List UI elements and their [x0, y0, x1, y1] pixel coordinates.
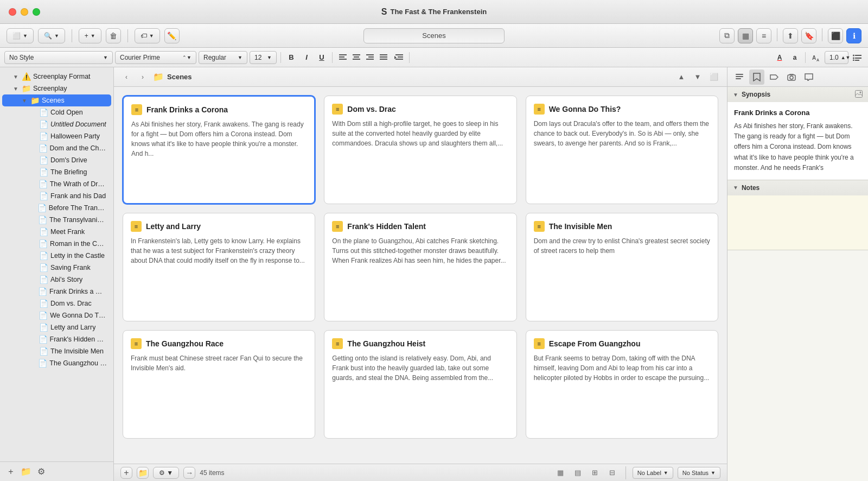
sidebar-item-19[interactable]: 📄Dom vs. Drac: [2, 298, 111, 309]
scene-card[interactable]: ≡The Invisible MenDom and the crew try t…: [526, 213, 718, 321]
align-left-button[interactable]: [336, 51, 349, 64]
maximize-button[interactable]: [33, 8, 40, 16]
edit-button[interactable]: ✏️: [164, 28, 180, 43]
scene-card[interactable]: ≡The Guangzhou HeistGetting onto the isl…: [324, 330, 516, 439]
scene-card[interactable]: ≡Frank's Hidden TalentOn the plane to Gu…: [324, 213, 516, 321]
sidebar-item-22[interactable]: 📄Frank's Hidden Talent: [2, 333, 111, 345]
sidebar-item-18[interactable]: 📄Frank Drinks a Corona: [2, 286, 111, 298]
grid-view-small[interactable]: ▦: [554, 466, 567, 479]
sidebar-item-24[interactable]: 📄The Guangzhou Race: [2, 357, 111, 369]
add-item-button[interactable]: +: [4, 465, 17, 478]
sidebar-item-3[interactable]: 📄Cold Open: [2, 106, 111, 118]
copy-button[interactable]: ⧉: [719, 28, 735, 43]
sidebar-item-15[interactable]: 📄Letty in the Castle: [2, 250, 111, 262]
scene-search[interactable]: Scenes: [363, 28, 505, 43]
scene-card[interactable]: ≡Letty and LarryIn Frankenstein's lab, L…: [123, 213, 315, 321]
new-item-button[interactable]: + ▼: [79, 28, 101, 43]
appearance-button[interactable]: ⬛: [828, 28, 843, 43]
sidebar-item-7[interactable]: 📄Dom's Drive: [2, 154, 111, 166]
notes-section: ▼ Notes: [727, 180, 868, 250]
arrow-down-button[interactable]: ▼: [691, 71, 704, 84]
sidebar-item-8[interactable]: 📄The Briefing: [2, 166, 111, 178]
forward-button[interactable]: ›: [137, 71, 149, 83]
sidebar-item-14[interactable]: 📄Roman in the Castle: [2, 238, 111, 250]
font-size-decrease[interactable]: AA: [809, 51, 822, 64]
highlight-button[interactable]: a: [788, 51, 801, 64]
delete-button[interactable]: 🗑: [106, 28, 121, 43]
card-title: Frank Drinks a Corona: [146, 105, 228, 114]
tab-label[interactable]: [767, 69, 782, 85]
weight-select[interactable]: Regular ▼: [199, 51, 247, 64]
toolbar-separator-3: [777, 28, 777, 41]
search-button[interactable]: 🔍 ▼: [38, 28, 65, 43]
list-format-button[interactable]: [851, 51, 864, 64]
sidebar-item-0[interactable]: ▼⚠️Screenplay Format: [2, 71, 111, 83]
bookmark-button[interactable]: 🔖: [801, 28, 816, 43]
synopsis-header[interactable]: ▼ Synopsis: [727, 87, 868, 102]
align-right-button[interactable]: [363, 51, 376, 64]
back-button[interactable]: ‹: [120, 71, 132, 83]
bold-button[interactable]: B: [285, 51, 298, 64]
gear-button[interactable]: ⚙ ▼: [153, 467, 179, 479]
outline-view-small[interactable]: ⊞: [589, 466, 602, 479]
minimize-button[interactable]: [21, 8, 28, 16]
indent-button[interactable]: [392, 51, 405, 64]
scene-card[interactable]: ≡The Guangzhou RaceFrank must beat Chine…: [123, 330, 315, 439]
info-button[interactable]: ℹ: [846, 28, 861, 43]
sidebar-item-21[interactable]: 📄Letty and Larry: [2, 321, 111, 333]
style-select[interactable]: No Style ▼: [4, 51, 113, 64]
synopsis-image-button[interactable]: [855, 90, 863, 99]
sidebar-item-4[interactable]: 📄Untitled Document: [2, 118, 111, 130]
sidebar-item-6[interactable]: 📄Dom and the Charger: [2, 142, 111, 154]
underline-button[interactable]: U: [315, 51, 328, 64]
list-view-small[interactable]: ▤: [571, 466, 584, 479]
close-button[interactable]: [9, 8, 16, 16]
sidebar-item-1[interactable]: ▼📁Screenplay: [2, 83, 111, 94]
sidebar-item-23[interactable]: 📄The Invisible Men: [2, 345, 111, 357]
sidebar-item-17[interactable]: 📄Abi's Story: [2, 274, 111, 286]
scene-card[interactable]: ≡Frank Drinks a CoronaAs Abi finishes he…: [123, 96, 315, 204]
sidebar-item-10[interactable]: 📄Frank and his Dad: [2, 190, 111, 202]
sidebar-item-20[interactable]: 📄We Gonna Do This?: [2, 309, 111, 321]
scene-card[interactable]: ≡Escape From GuangzhouBut Frank seems to…: [526, 330, 718, 439]
no-status-select[interactable]: No Status ▼: [678, 467, 720, 479]
sidebar-item-16[interactable]: 📄Saving Frank: [2, 262, 111, 274]
scene-card[interactable]: ≡Dom vs. DracWith Dom still a high-profi…: [324, 96, 516, 204]
italic-button[interactable]: I: [300, 51, 313, 64]
tag-button[interactable]: 🏷 ▼: [135, 28, 160, 43]
font-select[interactable]: Courier Prime ⌃▼: [115, 51, 196, 64]
align-justify-button[interactable]: [377, 51, 390, 64]
new-folder-button[interactable]: 📁: [20, 465, 33, 478]
move-button[interactable]: →: [183, 467, 195, 479]
scene-card[interactable]: ≡We Gonna Do This?Dom lays out Dracula's…: [526, 96, 718, 204]
settings-button[interactable]: ⚙: [35, 465, 48, 478]
tree-item-label: Letty in the Castle: [50, 252, 105, 260]
add-scene-button[interactable]: +: [120, 467, 132, 479]
sidebar-item-12[interactable]: 📄The Transylvania Race: [2, 214, 111, 226]
scene-icon: ≡: [332, 338, 343, 349]
sidebar-item-13[interactable]: 📄Meet Frank: [2, 226, 111, 238]
tab-camera[interactable]: [784, 69, 799, 85]
columns-view-small[interactable]: ⊟: [606, 466, 619, 479]
tab-bookmark[interactable]: [749, 69, 764, 85]
sidebar-item-2[interactable]: ▼📁Scenes: [2, 94, 111, 106]
list-view-button[interactable]: ≡: [756, 28, 771, 43]
line-spacing-select[interactable]: 1.0 ▲▼: [825, 51, 848, 64]
text-color-button[interactable]: A: [773, 51, 786, 64]
tab-comment[interactable]: [801, 69, 816, 85]
arrow-up-button[interactable]: ▲: [675, 71, 688, 84]
notes-header[interactable]: ▼ Notes: [727, 180, 868, 195]
share-button[interactable]: ⬆: [783, 28, 798, 43]
tab-edit[interactable]: [732, 69, 747, 85]
align-center-button[interactable]: [350, 51, 363, 64]
size-select[interactable]: 12 ▼: [250, 51, 277, 64]
sidebar-item-9[interactable]: 📄The Wrath of Dracula: [2, 178, 111, 190]
sidebar-item-5[interactable]: 📄Halloween Party: [2, 130, 111, 142]
new-folder-content-button[interactable]: 📁: [137, 467, 149, 479]
no-label-select[interactable]: No Label ▼: [633, 467, 673, 479]
sidebar-toggle-button[interactable]: ⬜ ▼: [7, 28, 34, 43]
collapse-button[interactable]: ⬜: [707, 71, 720, 84]
weight-chevron: ▼: [238, 55, 242, 60]
sidebar-item-11[interactable]: 📄Before The Transylvania...: [2, 202, 111, 214]
grid-view-button[interactable]: ▦: [738, 28, 753, 43]
